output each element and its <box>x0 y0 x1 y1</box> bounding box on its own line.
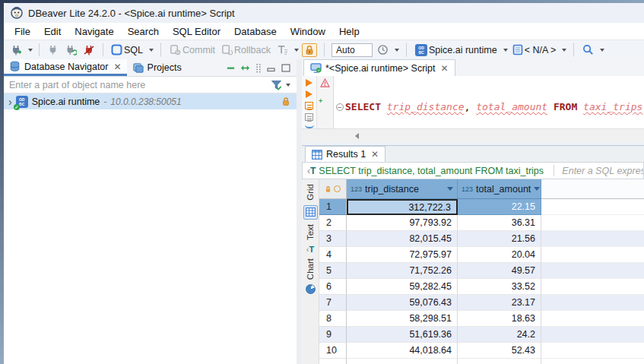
row-number[interactable]: 6 <box>319 279 347 295</box>
cell-trip-distance[interactable]: 97,793.92 <box>347 215 458 231</box>
cell-trip-distance[interactable]: 312,722.3 <box>347 199 458 215</box>
sql-editor-dropdown[interactable] <box>149 49 154 52</box>
table-row[interactable]: 10 44,018.64 52.43 <box>319 343 644 359</box>
filter-funnel-icon[interactable] <box>271 80 282 90</box>
cell-trip-distance[interactable]: 72,975.97 <box>347 247 458 263</box>
transaction-history-dropdown[interactable] <box>395 49 399 52</box>
table-row[interactable]: 7 59,076.43 23.17 <box>319 295 644 311</box>
cell-total-amount[interactable]: 20.04 <box>458 247 541 263</box>
sql-editor-button[interactable]: SQL <box>109 43 144 57</box>
maximize-box-icon[interactable] <box>281 64 290 72</box>
cell-total-amount[interactable]: 21.56 <box>458 231 541 247</box>
row-number[interactable]: 3 <box>319 231 347 247</box>
sort-desc-icon[interactable] <box>447 187 453 191</box>
cell-trip-distance[interactable]: 44,018.64 <box>347 343 458 359</box>
new-connection-dropdown[interactable] <box>28 49 33 52</box>
column-header-trip-distance[interactable]: 123 trip_distance <box>347 179 458 199</box>
row-number[interactable]: 7 <box>319 295 347 311</box>
menu-help[interactable]: Help <box>332 24 366 39</box>
active-schema-selector[interactable]: < N/A > <box>511 43 558 57</box>
cell-total-amount[interactable]: 33.52 <box>458 279 541 295</box>
restore-view-icon[interactable] <box>240 64 250 72</box>
row-number[interactable]: 10 <box>319 343 347 359</box>
execute-script-icon[interactable] <box>305 102 313 109</box>
table-row[interactable]: 5 71,752.26 49.57 <box>319 263 644 279</box>
menu-edit[interactable]: Edit <box>37 24 68 39</box>
cell-trip-distance[interactable]: 59,282.45 <box>347 279 458 295</box>
commit-button[interactable]: Commit <box>168 43 217 57</box>
row-number[interactable]: 4 <box>319 247 347 263</box>
cell-trip-distance[interactable]: 71,752.26 <box>347 263 458 279</box>
transaction-dropdown[interactable] <box>294 49 299 52</box>
table-row[interactable]: 3 82,015.45 21.56 <box>319 231 644 247</box>
close-icon[interactable]: ✕ <box>371 150 379 158</box>
row-number[interactable]: 2 <box>319 215 347 231</box>
reconnect-button[interactable] <box>63 43 78 58</box>
search-button[interactable] <box>581 43 595 57</box>
results-filter-bar[interactable]: ‹T SELECT trip_distance, total_amount FR… <box>302 162 644 179</box>
rollback-button[interactable]: Rollback <box>220 43 272 57</box>
code-area[interactable]: − SELECT trip_distance, total_amount FRO… <box>334 76 644 128</box>
tab-chart-label[interactable]: Chart <box>306 258 315 280</box>
menu-navigate[interactable]: Navigate <box>68 24 120 39</box>
execute-statement-button[interactable] <box>306 79 312 87</box>
scroll-left-arrow[interactable] <box>355 133 359 139</box>
menu-database[interactable]: Database <box>227 24 284 39</box>
column-header-total-amount[interactable]: 123 total_amount <box>458 179 541 199</box>
table-row[interactable]: 8 58,298.51 18.63 <box>319 311 644 327</box>
editor-horizontal-scrollbar[interactable] <box>302 128 644 142</box>
tab-text-label[interactable]: Text <box>306 224 315 240</box>
tab-projects[interactable]: Projects <box>127 59 187 76</box>
chart-presentation-button[interactable] <box>306 284 316 294</box>
tab-results-1[interactable]: Results 1 ✕ <box>305 146 385 162</box>
cell-total-amount[interactable]: 36.31 <box>458 215 541 231</box>
new-connection-button[interactable] <box>8 43 24 58</box>
row-number[interactable]: 8 <box>319 311 347 327</box>
object-filter-input[interactable] <box>4 78 271 93</box>
cell-total-amount[interactable]: 49.57 <box>458 263 541 279</box>
schema-dropdown[interactable] <box>562 49 566 52</box>
fold-collapse-icon[interactable]: − <box>336 103 344 111</box>
connect-button[interactable] <box>46 43 60 57</box>
cell-trip-distance[interactable]: 82,015.45 <box>347 231 458 247</box>
close-icon[interactable]: ✕ <box>113 63 121 71</box>
connection-dropdown[interactable] <box>503 49 508 52</box>
transaction-log-button[interactable] <box>275 43 290 57</box>
tab-sql-script[interactable]: *<Spice.ai runtime> Script ✕ <box>303 59 455 76</box>
active-connection-selector[interactable]: ODBC Spice.ai runtime <box>414 43 499 58</box>
row-number[interactable]: 5 <box>319 263 347 279</box>
grid-corner-cell[interactable] <box>319 179 347 199</box>
cell-total-amount[interactable]: 24.2 <box>458 327 541 343</box>
cell-total-amount[interactable]: 18.63 <box>458 311 541 327</box>
panel-sash[interactable] <box>297 59 302 364</box>
connection-tree-item[interactable]: › ODBC✓ Spice.ai runtime - 10.0.0.238:50… <box>4 93 297 109</box>
cell-total-amount[interactable]: 22.15 <box>458 199 541 215</box>
filter-dropdown[interactable] <box>286 84 290 87</box>
view-menu-dots-icon[interactable] <box>255 63 262 73</box>
table-row[interactable]: 9 51,619.36 24.2 <box>319 327 644 343</box>
tab-grid-label[interactable]: Grid <box>306 184 315 201</box>
row-number[interactable]: 1 <box>319 199 347 215</box>
table-row[interactable]: 6 59,282.45 33.52 <box>319 279 644 295</box>
menu-window[interactable]: Window <box>284 24 332 39</box>
execute-new-tab-button[interactable]: + <box>306 90 312 98</box>
transaction-history-button[interactable] <box>376 43 390 57</box>
table-row[interactable]: 2 97,793.92 36.31 <box>319 215 644 231</box>
commit-mode-combo[interactable]: Auto <box>332 43 373 57</box>
expander-icon[interactable]: › <box>8 97 12 106</box>
table-row[interactable]: 1 312,722.3 22.15 <box>319 199 644 215</box>
menu-file[interactable]: File <box>8 24 37 39</box>
disconnect-button[interactable] <box>81 43 97 58</box>
tab-database-navigator[interactable]: Database Navigator ✕ <box>4 59 127 76</box>
text-presentation-button[interactable]: ‹T <box>306 245 314 254</box>
row-number[interactable]: 9 <box>319 327 347 343</box>
search-dropdown[interactable] <box>600 49 604 52</box>
connection-lock-toggle[interactable] <box>302 43 317 57</box>
cell-trip-distance[interactable]: 51,619.36 <box>347 327 458 343</box>
cell-total-amount[interactable]: 23.17 <box>458 295 541 311</box>
menu-sql-editor[interactable]: SQL Editor <box>166 24 227 39</box>
close-icon[interactable]: ✕ <box>441 65 449 72</box>
menu-search[interactable]: Search <box>121 24 166 39</box>
cell-total-amount[interactable]: 52.43 <box>458 343 541 359</box>
minimize-box-icon[interactable] <box>267 64 276 72</box>
